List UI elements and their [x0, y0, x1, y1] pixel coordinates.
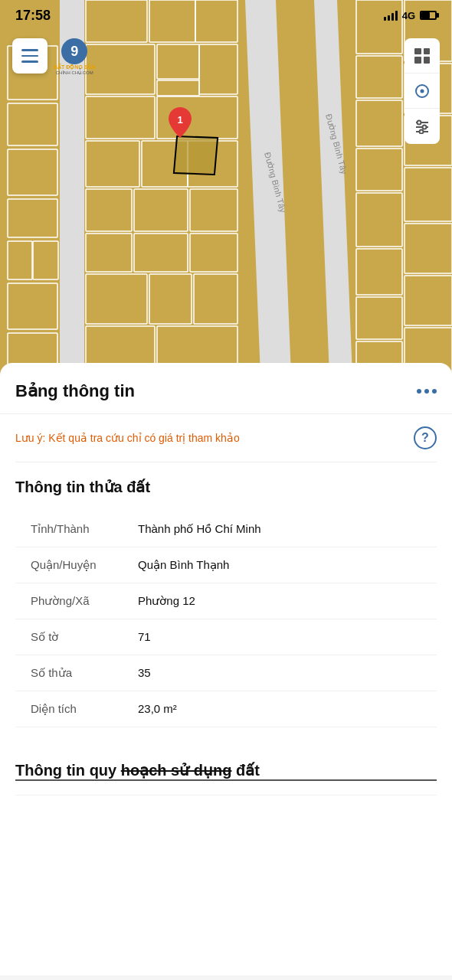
logo-number: 9: [70, 44, 78, 60]
value-parcel: 35: [138, 666, 437, 679]
value-ward: Phường 12: [138, 594, 437, 608]
status-icons: 4G: [384, 10, 437, 21]
network-label: 4G: [402, 10, 415, 21]
filter-icon: [414, 119, 430, 134]
table-row: Số tờ 71: [15, 619, 437, 655]
dot1: [417, 389, 421, 394]
app-logo: 9 BẤT ĐỘNG SẢN CHÍNH CHỦ.COM: [54, 38, 96, 75]
svg-point-57: [420, 130, 424, 134]
svg-text:1: 1: [177, 114, 182, 126]
panel-header: Bảng thông tin: [15, 381, 437, 401]
grid-icon: [414, 48, 430, 64]
signal-icon: [384, 10, 398, 21]
grid-view-button[interactable]: [405, 38, 440, 74]
label-parcel: Số thửa: [15, 666, 138, 680]
dot3: [432, 389, 437, 394]
status-time: 17:58: [15, 8, 51, 24]
table-row: Phường/Xã Phường 12: [15, 583, 437, 619]
more-options-button[interactable]: [417, 389, 437, 394]
menu-icon-line3: [21, 60, 38, 63]
filter-button[interactable]: [405, 109, 440, 144]
table-row: Diện tích 23,0 m²: [15, 691, 437, 727]
label-ward: Phường/Xã: [15, 594, 138, 608]
label-district: Quận/Huyện: [15, 558, 138, 572]
value-province: Thành phố Hồ Chí Minh: [138, 522, 437, 536]
label-area: Diện tích: [15, 702, 138, 716]
svg-point-53: [418, 121, 421, 125]
menu-icon-line2: [21, 55, 38, 57]
menu-icon-line1: [21, 49, 38, 51]
planning-title-text: Thông tin quy hoạch sử dụng đất: [15, 762, 260, 779]
panel-title: Bảng thông tin: [15, 381, 135, 401]
table-row: Số thửa 35: [15, 655, 437, 691]
label-sheet: Số tờ: [15, 630, 138, 644]
table-row: Quận/Huyện Quận Bình Thạnh: [15, 547, 437, 583]
dot2: [424, 389, 429, 394]
notice-text: Lưu ý: Kết quả tra cứu chỉ có giá trị th…: [15, 432, 240, 444]
status-bar: 17:58 4G: [0, 0, 452, 31]
selected-parcel: [173, 136, 218, 175]
menu-button[interactable]: [12, 38, 47, 74]
location-icon: [415, 84, 429, 98]
location-button[interactable]: [405, 74, 440, 109]
planning-title: Thông tin quy hoạch sử dụng đất: [15, 761, 437, 779]
help-button[interactable]: ?: [414, 426, 437, 449]
logo-text-bds: BẤT ĐỘNG SẢN: [54, 64, 96, 70]
battery-icon: [420, 11, 437, 20]
help-icon: ?: [421, 431, 429, 445]
table-row: Tỉnh/Thành Thành phố Hồ Chí Minh: [15, 511, 437, 547]
notice-bar: Lưu ý: Kết quả tra cứu chỉ có giá trị th…: [15, 414, 437, 462]
land-info-title: Thông tin thửa đất: [15, 478, 437, 496]
logo-text-cc: CHÍNH CHỦ.COM: [56, 70, 93, 75]
map-tools: [405, 38, 440, 144]
land-info-section: Thông tin thửa đất Tỉnh/Thành Thành phố …: [15, 462, 437, 735]
content-panel: Bảng thông tin Lưu ý: Kết quả tra cứu ch…: [0, 363, 452, 975]
label-province: Tỉnh/Thành: [15, 522, 138, 536]
svg-point-55: [423, 126, 427, 129]
map-container[interactable]: Đường Bình Tây Đường Bình Tây 9 BẤT ĐỘNG…: [0, 0, 452, 375]
value-area: 23,0 m²: [138, 702, 437, 715]
map-marker[interactable]: 1: [169, 107, 192, 141]
value-sheet: 71: [138, 630, 437, 643]
marker-pin-icon: 1: [169, 107, 192, 138]
value-district: Quận Bình Thạnh: [138, 558, 437, 572]
